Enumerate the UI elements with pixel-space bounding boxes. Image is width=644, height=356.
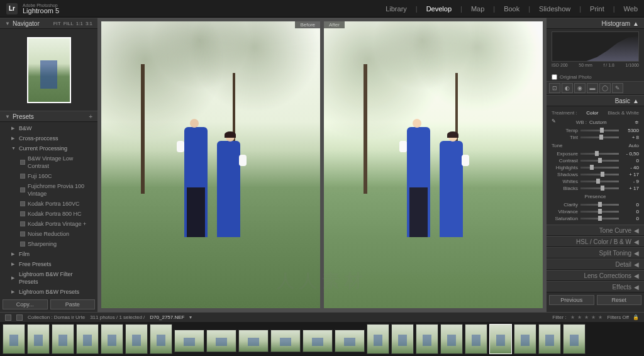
view-mode-2-icon[interactable]	[16, 314, 23, 321]
treatment-bw[interactable]: Black & White	[608, 110, 639, 116]
filmstrip-thumb[interactable]	[367, 324, 389, 354]
preset-folder[interactable]: ▶B&W	[0, 123, 97, 133]
original-photo-toggle[interactable]: Original Photo	[547, 73, 644, 81]
filmstrip-thumb[interactable]	[303, 330, 333, 352]
nav-fit[interactable]: FIT	[53, 21, 61, 26]
nav-fill[interactable]: FILL	[64, 21, 74, 26]
filmstrip-thumb[interactable]	[391, 324, 414, 354]
filmstrip-thumb[interactable]	[416, 324, 438, 354]
app-logo: Lr	[6, 3, 18, 14]
module-develop[interactable]: Develop	[426, 5, 452, 13]
panel-detail[interactable]: Detail◀	[547, 259, 644, 270]
slider-tint[interactable]: Tint+ 8	[552, 134, 639, 141]
filmstrip-thumb[interactable]	[27, 324, 50, 354]
filmstrip-thumb[interactable]	[335, 330, 365, 352]
slider-contrast[interactable]: Contrast0	[552, 157, 639, 164]
paste-button[interactable]: Paste	[50, 299, 96, 309]
filmstrip-thumb[interactable]	[489, 324, 512, 354]
filmstrip-thumb[interactable]	[538, 324, 561, 354]
top-bar: Lr Adobe Photoshop Lightroom 5 Library|D…	[0, 0, 644, 18]
brush-tool-icon[interactable]: ✎	[612, 83, 623, 93]
gradient-tool-icon[interactable]: ▬	[587, 83, 598, 93]
preset-folder[interactable]: ▶Film	[0, 249, 97, 259]
redeye-tool-icon[interactable]: ◉	[574, 83, 586, 93]
filmstrip-thumb[interactable]	[101, 324, 123, 354]
filmstrip-thumb[interactable]	[206, 330, 236, 352]
filmstrip-thumb[interactable]	[174, 330, 204, 352]
presets-header[interactable]: ▼ Presets +	[0, 111, 97, 122]
before-preview[interactable]: Before	[101, 21, 320, 308]
preset-folder[interactable]: ▶Free Presets	[0, 259, 97, 269]
slider-saturation[interactable]: Saturation0	[552, 215, 639, 222]
view-mode-icon[interactable]	[5, 314, 11, 321]
spot-tool-icon[interactable]: ◐	[562, 83, 573, 93]
preset-item[interactable]: B&W Vintage Low Contrast	[0, 153, 97, 171]
filmstrip[interactable]	[0, 322, 644, 356]
histogram[interactable]: ISO 20050 mmf / 1.81/1000	[547, 29, 644, 73]
filmstrip-thumb[interactable]	[270, 330, 301, 352]
module-library[interactable]: Library	[386, 5, 407, 13]
preset-item[interactable]: Fuji 160C	[0, 171, 97, 181]
navigator-thumbnail[interactable]	[0, 29, 97, 111]
preset-item[interactable]: Kodak Portra Vintage +	[0, 219, 97, 229]
filter-lock-icon[interactable]: 🔒	[633, 314, 639, 320]
histogram-header[interactable]: Histogram▲	[547, 18, 644, 29]
filter-stars[interactable]: ★ ★ ★ ★ ★	[570, 314, 604, 320]
nav-3-1[interactable]: 3:1	[86, 21, 92, 26]
auto-tone-button[interactable]: Auto	[629, 143, 639, 148]
wb-dropdown[interactable]: Custom	[589, 120, 607, 125]
slider-clarity[interactable]: Clarity0	[552, 201, 639, 208]
preset-folder[interactable]: ▶Lightroom B&W Filter Presets	[0, 269, 97, 287]
slider-shadows[interactable]: Shadows+ 17	[552, 171, 639, 178]
module-book[interactable]: Book	[504, 5, 519, 13]
filmstrip-thumb[interactable]	[3, 324, 25, 354]
wb-dropper-icon[interactable]: ✎	[552, 118, 559, 126]
module-slideshow[interactable]: Slideshow	[539, 5, 570, 13]
module-print[interactable]: Print	[590, 5, 604, 13]
filmstrip-thumb[interactable]	[238, 330, 269, 352]
previous-button[interactable]: Previous	[549, 295, 594, 305]
copy-button[interactable]: Copy...	[3, 299, 48, 309]
navigator-header[interactable]: ▼ Navigator FIT FILL 1:1 3:1	[0, 18, 97, 29]
after-preview[interactable]: After	[324, 21, 543, 308]
preset-item[interactable]: Noise Reduction	[0, 229, 97, 239]
left-panel: ▼ Navigator FIT FILL 1:1 3:1 ▼ Presets +…	[0, 18, 97, 312]
panel-split-toning[interactable]: Split Toning◀	[547, 247, 644, 259]
panel-tone-curve[interactable]: Tone Curve◀	[547, 225, 644, 236]
treatment-color[interactable]: Color	[586, 110, 598, 116]
preset-item[interactable]: Kodak Portra 160VC	[0, 199, 97, 209]
preset-item[interactable]: Fujichrome Provia 100 Vintage	[0, 181, 97, 199]
filmstrip-thumb[interactable]	[125, 324, 148, 354]
preset-item[interactable]: Sharpening	[0, 239, 97, 249]
panel-hsl-color-b-w[interactable]: HSL / Color / B & W◀	[547, 236, 644, 247]
presets-list: ▶B&W▶Cross-proccess▼Current ProcessingB&…	[0, 122, 97, 297]
slider-exposure[interactable]: Exposure- 0,50	[552, 150, 639, 157]
filters-off[interactable]: Filters Off	[607, 314, 629, 320]
filmstrip-thumb[interactable]	[465, 324, 487, 354]
preset-folder[interactable]: ▶Lightroom B&W Presets	[0, 287, 97, 297]
crop-tool-icon[interactable]: ⊡	[549, 83, 560, 93]
slider-vibrance[interactable]: Vibrance0	[552, 208, 639, 215]
panel-lens-corrections[interactable]: Lens Corrections◀	[547, 270, 644, 281]
filmstrip-thumb[interactable]	[563, 324, 586, 354]
preset-folder[interactable]: ▶Cross-proccess	[0, 133, 97, 143]
preset-item[interactable]: Kodak Portra 800 HC	[0, 209, 97, 219]
module-web[interactable]: Web	[624, 5, 638, 13]
module-map[interactable]: Map	[471, 5, 484, 13]
slider-highlights[interactable]: Highlights- 40	[552, 164, 639, 171]
panel-effects[interactable]: Effects◀	[547, 281, 644, 292]
filmstrip-thumb[interactable]	[150, 324, 172, 354]
preset-folder[interactable]: ▼Current Processing	[0, 143, 97, 153]
filmstrip-thumb[interactable]	[52, 324, 74, 354]
reset-button[interactable]: Reset	[597, 295, 642, 305]
slider-temp[interactable]: Temp5300	[552, 127, 639, 134]
radial-tool-icon[interactable]: ◯	[599, 83, 611, 93]
filmstrip-thumb[interactable]	[76, 324, 99, 354]
nav-1-1[interactable]: 1:1	[76, 21, 83, 26]
filmstrip-thumb[interactable]	[440, 324, 463, 354]
slider-blacks[interactable]: Blacks+ 17	[552, 185, 639, 192]
slider-whites[interactable]: Whites- 9	[552, 178, 639, 185]
right-panel: Histogram▲ ISO 20050 mmf / 1.81/1000 Ori…	[547, 18, 644, 312]
filmstrip-thumb[interactable]	[514, 324, 536, 354]
basic-header[interactable]: Basic▲	[547, 95, 644, 106]
